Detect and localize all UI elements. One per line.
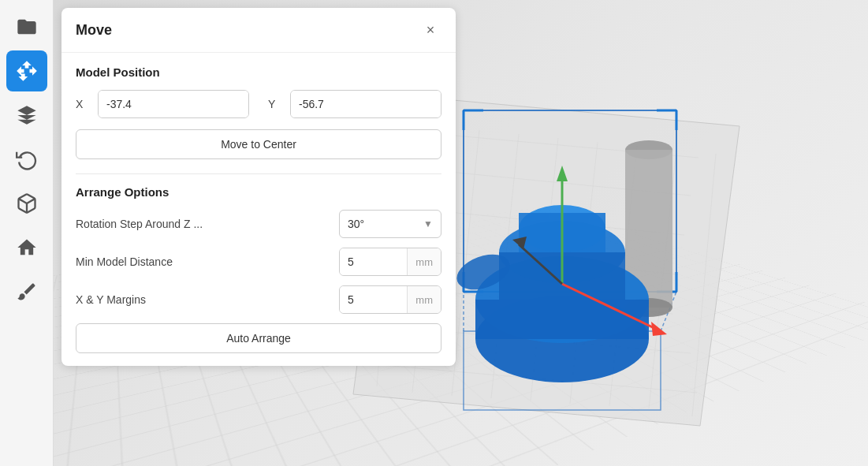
- sidebar-item-rotate[interactable]: [6, 139, 47, 180]
- chevron-down-icon: ▼: [423, 218, 433, 229]
- sidebar: [0, 0, 54, 466]
- min-distance-input-wrap[interactable]: mm: [339, 248, 441, 276]
- paint-icon: [16, 281, 38, 303]
- arrange-icon: [16, 104, 38, 126]
- y-input[interactable]: [291, 91, 441, 117]
- x-input[interactable]: [99, 91, 249, 117]
- y-label: Y: [268, 98, 278, 110]
- min-distance-unit: mm: [407, 248, 441, 275]
- arrange-options-title: Arrange Options: [76, 185, 441, 199]
- margins-unit: mm: [407, 286, 441, 313]
- model-position-title: Model Position: [76, 65, 441, 79]
- panel-close-button[interactable]: ×: [419, 19, 441, 41]
- arrange-options-section: Arrange Options Rotation Step Around Z .…: [76, 185, 441, 314]
- panel-header: Move ×: [61, 8, 456, 53]
- section-divider: [76, 173, 441, 174]
- move-icon: [16, 60, 38, 82]
- rotation-label: Rotation Step Around Z ...: [76, 218, 339, 230]
- x-input-wrap[interactable]: mm: [98, 90, 249, 118]
- folder-icon: [16, 16, 38, 38]
- sidebar-item-move[interactable]: [6, 50, 47, 91]
- x-label: X: [76, 98, 85, 110]
- sidebar-item-home[interactable]: [6, 227, 47, 268]
- move-to-center-button[interactable]: Move to Center: [76, 129, 441, 159]
- margins-row: X & Y Margins mm: [76, 285, 441, 314]
- svg-rect-35: [475, 300, 649, 339]
- margins-input[interactable]: [340, 286, 407, 313]
- position-row: X mm Y mm: [76, 90, 441, 118]
- panel-title: Move: [76, 22, 112, 39]
- rotation-row: Rotation Step Around Z ... 30° ▼: [76, 210, 441, 238]
- rotation-value: 30°: [348, 218, 364, 230]
- move-panel: Move × Model Position X mm Y mm Move to …: [61, 8, 456, 366]
- home-icon: [16, 237, 38, 259]
- panel-body: Model Position X mm Y mm Move to Center …: [61, 53, 456, 366]
- y-input-wrap[interactable]: mm: [290, 90, 441, 118]
- sidebar-item-folder[interactable]: [6, 6, 47, 47]
- margins-input-wrap[interactable]: mm: [339, 285, 441, 314]
- rotate-icon: [16, 148, 38, 170]
- auto-arrange-button[interactable]: Auto Arrange: [76, 323, 441, 353]
- sidebar-item-view[interactable]: [6, 183, 47, 224]
- rotation-select[interactable]: 30° ▼: [339, 210, 441, 238]
- view-icon: [16, 192, 38, 214]
- main-content: Move × Model Position X mm Y mm Move to …: [54, 0, 868, 466]
- min-distance-label: Min Model Distance: [76, 255, 339, 268]
- sidebar-item-arrange[interactable]: [6, 95, 47, 136]
- min-distance-input[interactable]: [340, 248, 407, 275]
- min-distance-row: Min Model Distance mm: [76, 248, 441, 276]
- margins-label: X & Y Margins: [76, 293, 339, 306]
- sidebar-item-paint[interactable]: [6, 271, 47, 312]
